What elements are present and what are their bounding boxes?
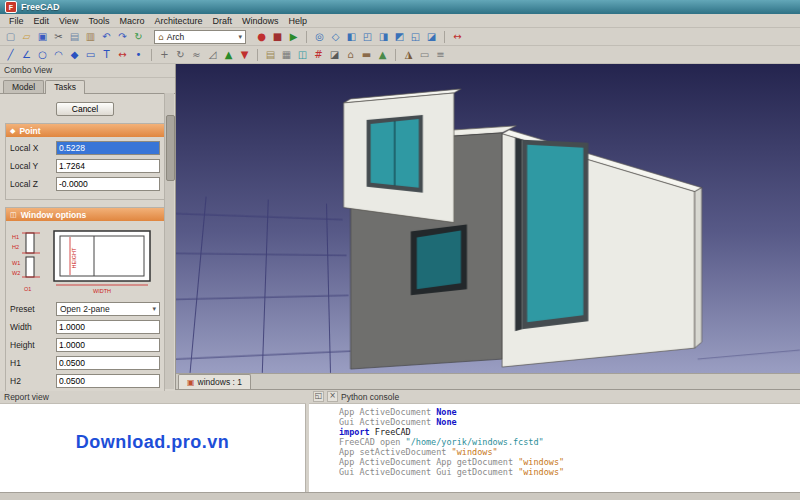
draft-dimension-icon[interactable]: ↔ <box>115 47 130 62</box>
window-options-header[interactable]: ◫ Window options <box>6 208 164 221</box>
tab-tasks[interactable]: Tasks <box>45 80 85 94</box>
arch-roof-icon[interactable]: ◮ <box>401 47 416 62</box>
python-console-lines[interactable]: App ActiveDocument NoneGui ActiveDocumen… <box>309 404 800 492</box>
float-panel-icon[interactable]: ◱ <box>313 391 324 402</box>
arch-building-icon[interactable]: ⌂ <box>343 47 358 62</box>
preset-dropdown[interactable]: Open 2-pane ▾ <box>56 302 160 316</box>
draft-rectangle-icon[interactable]: ▭ <box>83 47 98 62</box>
view-right-icon[interactable]: ◨ <box>376 29 391 44</box>
field-label-local-y: Local Y <box>10 161 56 171</box>
python-console-panel: ◱ × Python console App ActiveDocument No… <box>309 390 800 492</box>
field-input-local-y[interactable] <box>56 159 160 173</box>
arch-window-icon[interactable]: ◫ <box>295 47 310 62</box>
field-input-local-z[interactable] <box>56 177 160 191</box>
measure-distance-icon[interactable]: ↔ <box>450 29 465 44</box>
field-row-local-x: Local X <box>10 141 160 155</box>
macro-run-icon[interactable]: ▶ <box>286 29 301 44</box>
view-front-icon[interactable]: ◧ <box>344 29 359 44</box>
diagram-label-w2: W2 <box>12 270 20 276</box>
edit-cut-icon[interactable]: ✂ <box>51 29 66 44</box>
draft-point-icon[interactable]: • <box>131 47 146 62</box>
view-axonometric-icon[interactable]: ◇ <box>328 29 343 44</box>
arch-structure-icon[interactable]: ▦ <box>279 47 294 62</box>
draft-circle-icon[interactable]: ○ <box>35 47 50 62</box>
menu-file[interactable]: File <box>4 15 29 27</box>
draft-rotate-icon[interactable]: ↻ <box>173 47 188 62</box>
draft-offset-icon[interactable]: ≈ <box>189 47 204 62</box>
view-left-icon[interactable]: ◪ <box>424 29 439 44</box>
field-input-h2[interactable] <box>56 374 160 388</box>
combo-view-panel: Combo View ModelTasks Cancel ◆ Point Loc… <box>0 64 176 389</box>
3d-scene[interactable] <box>176 64 800 373</box>
menubar: FileEditViewToolsMacroArchitectureDraftW… <box>0 14 800 28</box>
document-new-icon[interactable]: ▢ <box>3 29 18 44</box>
tab-model[interactable]: Model <box>3 80 44 93</box>
view-fit-all-icon[interactable]: ◎ <box>312 29 327 44</box>
edit-redo-icon[interactable]: ↷ <box>115 29 130 44</box>
field-input-h1[interactable] <box>56 356 160 370</box>
toolbar-row2-icons: ╱∠○◠◆▭T↔•+↻≈◿▲▼▤▦◫#◪⌂▬▲◮▭≡ <box>3 47 448 62</box>
diagram-label-width: WIDTH <box>93 288 111 294</box>
macro-record-icon[interactable]: ● <box>254 29 269 44</box>
draft-downgrade-icon[interactable]: ▼ <box>237 47 252 62</box>
toolbar-separator <box>151 49 152 61</box>
menu-draft[interactable]: Draft <box>207 15 237 27</box>
field-input-width[interactable] <box>56 320 160 334</box>
arch-floor-icon[interactable]: ▬ <box>359 47 374 62</box>
menu-tools[interactable]: Tools <box>83 15 114 27</box>
combo-view-scrollbar[interactable] <box>164 93 174 389</box>
edit-copy-icon[interactable]: ▤ <box>67 29 82 44</box>
menu-macro[interactable]: Macro <box>114 15 149 27</box>
cancel-button[interactable]: Cancel <box>56 102 114 116</box>
menu-architecture[interactable]: Architecture <box>149 15 207 27</box>
view-bottom-icon[interactable]: ◱ <box>408 29 423 44</box>
field-label-height: Height <box>10 340 56 350</box>
draft-move-icon[interactable]: + <box>157 47 172 62</box>
arch-workbench-icon: ⌂ <box>158 32 164 42</box>
report-view-content[interactable]: Download.pro.vn <box>0 404 306 492</box>
document-tab-windows[interactable]: ▣ windows : 1 <box>178 374 251 389</box>
edit-undo-icon[interactable]: ↶ <box>99 29 114 44</box>
menu-edit[interactable]: Edit <box>29 15 55 27</box>
arch-site-icon[interactable]: ▲ <box>375 47 390 62</box>
field-input-local-x[interactable] <box>56 141 160 155</box>
document-save-icon[interactable]: ▣ <box>35 29 50 44</box>
view-rear-icon[interactable]: ◩ <box>392 29 407 44</box>
draft-upgrade-icon[interactable]: ▲ <box>221 47 236 62</box>
draft-arc-icon[interactable]: ◠ <box>51 47 66 62</box>
point-section-header[interactable]: ◆ Point <box>6 124 164 137</box>
point-icon: ◆ <box>10 127 15 135</box>
draft-trimex-icon[interactable]: ◿ <box>205 47 220 62</box>
draft-wire-icon[interactable]: ∠ <box>19 47 34 62</box>
macro-stop-icon[interactable]: ■ <box>270 29 285 44</box>
close-panel-icon[interactable]: × <box>327 391 338 402</box>
window-tall-glass[interactable] <box>527 145 583 322</box>
workbench-selector[interactable]: ⌂ Arch ▾ <box>154 30 246 44</box>
draft-text-icon[interactable]: T <box>99 47 114 62</box>
document-open-icon[interactable]: ▱ <box>19 29 34 44</box>
field-input-height[interactable] <box>56 338 160 352</box>
menu-help[interactable]: Help <box>283 15 312 27</box>
view-refresh-icon[interactable]: ↻ <box>131 29 146 44</box>
3d-viewport[interactable] <box>176 64 800 373</box>
preset-label: Preset <box>10 304 56 314</box>
window-small-glass[interactable] <box>417 230 461 289</box>
diagram-label-o1: O1 <box>24 286 31 292</box>
field-label-local-x: Local X <box>10 143 56 153</box>
toolbar-separator <box>444 31 445 43</box>
draft-line-icon[interactable]: ╱ <box>3 47 18 62</box>
arch-panel-icon[interactable]: ▭ <box>417 47 432 62</box>
arch-section-plane-icon[interactable]: ◪ <box>327 47 342 62</box>
edit-paste-icon[interactable]: ▥ <box>83 29 98 44</box>
arch-stairs-icon[interactable]: ≡ <box>433 47 448 62</box>
wall-left[interactable] <box>344 89 461 223</box>
draft-polygon-icon[interactable]: ◆ <box>67 47 82 62</box>
menu-view[interactable]: View <box>54 15 83 27</box>
titlebar[interactable]: F FreeCAD <box>0 0 800 14</box>
scrollbar-thumb[interactable] <box>166 115 175 181</box>
arch-axis-icon[interactable]: # <box>311 47 326 62</box>
freecad-window: F FreeCAD FileEditViewToolsMacroArchitec… <box>0 0 800 500</box>
menu-windows[interactable]: Windows <box>237 15 284 27</box>
arch-wall-icon[interactable]: ▤ <box>263 47 278 62</box>
view-top-icon[interactable]: ◰ <box>360 29 375 44</box>
